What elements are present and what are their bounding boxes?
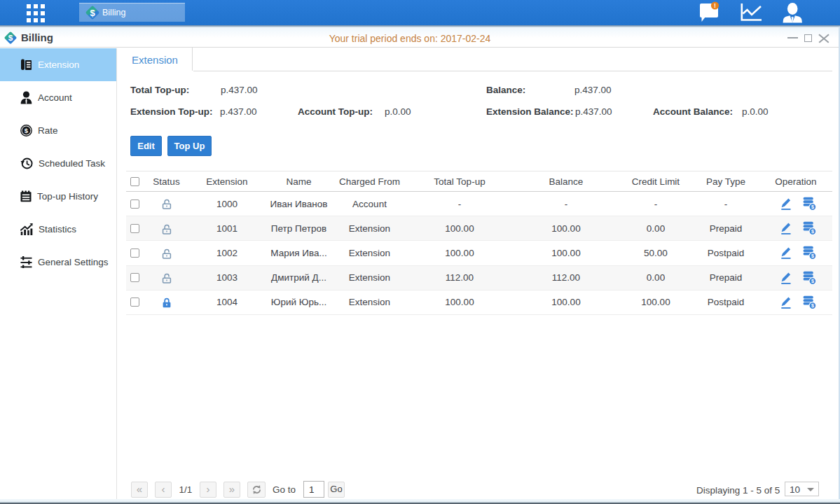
svg-text:!: ! bbox=[714, 2, 716, 9]
svg-text:$: $ bbox=[8, 33, 13, 43]
svg-text:$: $ bbox=[90, 8, 95, 18]
svg-text:$: $ bbox=[25, 127, 29, 134]
